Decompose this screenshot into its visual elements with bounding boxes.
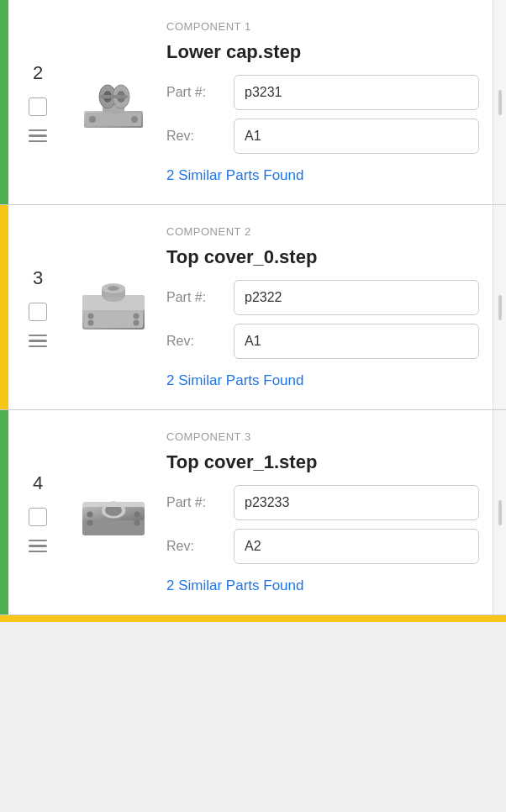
svg-point-3	[131, 116, 138, 123]
left-bar-2	[0, 205, 8, 409]
right-handle-dot-2	[498, 295, 502, 320]
part-number-row-3: Part #:	[166, 485, 479, 520]
rev-label-2: Rev:	[166, 334, 225, 349]
component-label-2: COMPONENT 2	[166, 225, 479, 238]
side-controls-1: 2	[8, 0, 67, 204]
part-number-input-1[interactable]	[234, 75, 479, 110]
svg-point-23	[87, 511, 93, 517]
svg-point-25	[87, 519, 93, 525]
bottom-bar	[0, 615, 506, 622]
checkbox-3[interactable]	[29, 508, 47, 526]
part-number-input-3[interactable]	[234, 485, 479, 520]
component-label-1: COMPONENT 1	[166, 20, 479, 33]
component-row-2: 3	[0, 205, 506, 410]
rev-label-3: Rev:	[166, 539, 225, 554]
component-row-1: 2	[0, 0, 506, 205]
rev-row-1: Rev:	[166, 119, 479, 154]
svg-point-14	[88, 319, 94, 325]
rev-input-2[interactable]	[234, 324, 479, 359]
content-area-1: COMPONENT 1 Lower cap.step Part #: Rev: …	[160, 0, 493, 204]
thumbnail-area-2	[67, 205, 160, 409]
right-handle-1	[493, 0, 506, 204]
row-number-3: 4	[33, 472, 43, 494]
part-number-row-2: Part #:	[166, 280, 479, 315]
checkbox-2[interactable]	[29, 303, 47, 321]
thumbnail-area-1	[67, 0, 160, 204]
part-number-row-1: Part #:	[166, 75, 479, 110]
similar-parts-link-3[interactable]: 2 Similar Parts Found	[166, 577, 479, 594]
left-bar-1	[0, 0, 8, 204]
svg-point-26	[134, 519, 140, 525]
part-thumbnail-1	[76, 65, 151, 140]
content-area-2: COMPONENT 2 Top cover_0.step Part #: Rev…	[160, 205, 493, 409]
right-handle-dot-3	[498, 500, 502, 525]
svg-rect-11	[84, 309, 143, 328]
side-controls-2: 3	[8, 205, 67, 409]
svg-point-13	[134, 313, 140, 319]
part-number-label-2: Part #:	[166, 290, 225, 305]
svg-point-12	[88, 313, 94, 319]
checkbox-1[interactable]	[29, 98, 47, 116]
rev-input-1[interactable]	[234, 119, 479, 154]
rev-row-3: Rev:	[166, 529, 479, 564]
rev-row-2: Rev:	[166, 324, 479, 359]
right-handle-3	[493, 410, 506, 614]
left-bar-3	[0, 410, 8, 614]
content-area-3: COMPONENT 3 Top cover_1.step Part #: Rev…	[160, 410, 493, 614]
part-thumbnail-3	[76, 475, 151, 551]
component-name-2: Top cover_0.step	[166, 246, 479, 268]
part-number-label-3: Part #:	[166, 495, 225, 510]
similar-parts-link-1[interactable]: 2 Similar Parts Found	[166, 167, 479, 184]
part-thumbnail-2	[76, 270, 151, 345]
side-controls-3: 4	[8, 410, 67, 614]
svg-rect-9	[99, 95, 128, 98]
hamburger-icon-2[interactable]	[29, 335, 47, 348]
rev-input-3[interactable]	[234, 529, 479, 564]
right-handle-2	[493, 205, 506, 409]
rev-label-1: Rev:	[166, 129, 225, 144]
svg-point-24	[134, 511, 140, 517]
svg-point-15	[134, 319, 140, 325]
part-number-input-2[interactable]	[234, 280, 479, 315]
right-handle-dot-1	[498, 90, 502, 115]
row-number-1: 2	[33, 62, 43, 84]
hamburger-icon-1[interactable]	[29, 129, 47, 143]
hamburger-icon-3[interactable]	[29, 540, 47, 553]
similar-parts-link-2[interactable]: 2 Similar Parts Found	[166, 372, 479, 389]
component-name-1: Lower cap.step	[166, 41, 479, 63]
component-label-3: COMPONENT 3	[166, 430, 479, 443]
svg-point-2	[89, 116, 96, 123]
part-number-label-1: Part #:	[166, 85, 225, 100]
svg-point-20	[108, 286, 119, 291]
component-name-3: Top cover_1.step	[166, 451, 479, 473]
thumbnail-area-3	[67, 410, 160, 614]
row-number-2: 3	[33, 267, 43, 289]
component-row-3: 4	[0, 410, 506, 615]
